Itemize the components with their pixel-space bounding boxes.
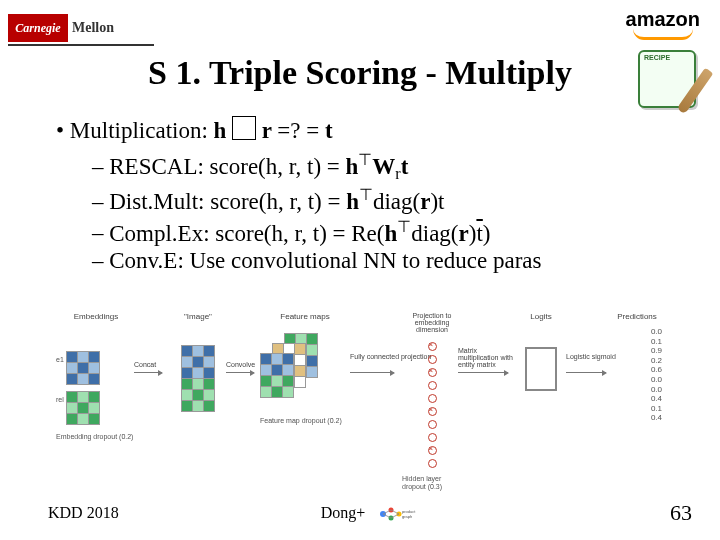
complex-r: r [459,220,469,245]
pred-value: 0.1 [612,404,662,414]
conve-desc: Use convolutional NN to reduce paras [190,248,542,273]
arrow-sigmoid-label: Logistic sigmoid [566,353,616,360]
transpose-icon: ⊤ [358,151,372,168]
slide-title: S 1. Triple Scoring - Multiply [0,54,720,92]
bullet-h: h [214,118,233,143]
amazon-smile-icon [633,29,693,40]
predictions-list: 0.0 0.1 0.9 0.2 0.6 0.0 0.0 0.4 0.1 0.4 [612,327,662,423]
distmult-fn: score(h, r, t) = [210,189,346,214]
stage-image: "Image" [168,312,228,412]
rescal-fn: score(h, r, t) = [210,154,346,179]
complex-h: h [384,220,397,245]
operator-box-icon [232,116,256,140]
stage-logits: Logits [516,312,566,393]
label-featmaps: Feature maps [260,312,350,321]
label-predictions: Predictions [612,312,662,321]
cmu-logo-wordmark-left: Carnegie [8,14,68,42]
rescal-t: t [401,154,409,179]
distmult-t: )t [430,189,444,214]
complex-name: Compl.Ex: [109,220,215,245]
transpose-icon: ⊤ [359,186,373,203]
amazon-logo: amazon [626,8,700,40]
arrow-sigmoid: Logistic sigmoid [566,372,606,373]
footer-center-wrap: Dong+ productgraph [48,504,692,522]
distmult-h: h [346,189,359,214]
distmult-r: r [420,189,430,214]
stage-predictions: Predictions 0.0 0.1 0.9 0.2 0.6 0.0 0.0 … [612,312,662,423]
transpose-icon: ⊤ [397,218,411,235]
complex-fn: score(h, r, t) = Re( [215,220,384,245]
amazon-logo-text: amazon [626,8,700,30]
product-graph-logo-icon: productgraph [375,506,419,522]
rescal-name: RESCAL: [109,154,209,179]
stage-projection: Projection to embedding dimension Hidden… [402,312,462,492]
pred-value: 0.4 [612,413,662,423]
complex-close2: ) [483,220,491,245]
conve-name: Conv.E: [109,248,189,273]
stage-feature-maps: Feature maps [260,312,350,425]
pred-value: 0.4 [612,394,662,404]
row-label-rel: rel [56,396,64,403]
projection-vector [402,341,462,471]
svg-text:graph: graph [402,514,412,519]
pred-value: 0.2 [612,356,662,366]
arrow-convolve: Convolve [226,372,254,373]
pred-value: 0.6 [612,365,662,375]
image-grid [181,345,215,412]
sub-complex: Compl.Ex: score(h, r, t) = Re(h⊤diag(r)t… [92,217,680,247]
embedding-grid-rel [66,391,100,425]
label-image: "Image" [168,312,228,321]
rescal-w: W [372,154,395,179]
pred-value: 0.1 [612,337,662,347]
sub-distmult: Dist.Mult: score(h, r, t) = h⊤diag(r)t [92,185,680,215]
distmult-diag: diag( [373,189,420,214]
bullet-main: Multiplication: h r =? = t [56,116,680,144]
caption-feat-dropout: Feature map dropout (0.2) [260,417,350,425]
bullet-eq: =? = [277,118,325,143]
sub-rescal: RESCAL: score(h, r, t) = h⊤Wrt [92,150,680,183]
logits-box [516,347,566,393]
cmu-logo-underline [8,44,154,46]
stage-embeddings: Embeddings e1 rel Embedding dropout (0.2… [56,312,136,441]
footer-center-text: Dong+ [321,504,366,521]
bullet-lead: Multiplication: [70,118,214,143]
sub-conve: Conv.E: Use convolutional NN to reduce p… [92,248,680,274]
slide-body: Multiplication: h r =? = t RESCAL: score… [56,110,680,276]
row-label-e1: e1 [56,356,64,363]
slide-footer: KDD 2018 Dong+ productgraph 63 [48,500,692,526]
bullet-r: r [256,118,277,143]
sub-bullet-list: RESCAL: score(h, r, t) = h⊤Wrt Dist.Mult… [92,150,680,275]
caption-emb-dropout: Embedding dropout (0.2) [56,433,136,441]
rescal-h: h [346,154,359,179]
arrow-matmul: Matrix multiplication with entity matrix [458,372,508,373]
arrow-concat-label: Concat [134,361,156,368]
label-projection: Projection to embedding dimension [402,312,462,333]
cmu-logo: Carnegie Mellon [8,14,154,42]
pred-value: 0.0 [612,375,662,385]
featmap-front [260,353,294,398]
arrow-convolve-label: Convolve [226,361,255,368]
arrow-matmul-label: Matrix multiplication with entity matrix [458,347,518,368]
arrow-concat: Concat [134,372,162,373]
label-embeddings: Embeddings [56,312,136,321]
pred-value: 0.0 [612,327,662,337]
arrow-fc: Fully connected projection [350,372,394,373]
pred-value: 0.9 [612,346,662,356]
bullet-t: t [325,118,333,143]
conve-diagram: Embeddings e1 rel Embedding dropout (0.2… [56,312,680,462]
complex-diag: diag( [411,220,458,245]
caption-hidden-dropout: Hidden layer dropout (0.3) [402,475,462,492]
label-logits: Logits [516,312,566,321]
embedding-grid-e1 [66,351,100,385]
distmult-name: Dist.Mult: [109,189,210,214]
cmu-logo-wordmark-right: Mellon [68,14,154,42]
pred-value: 0.0 [612,385,662,395]
